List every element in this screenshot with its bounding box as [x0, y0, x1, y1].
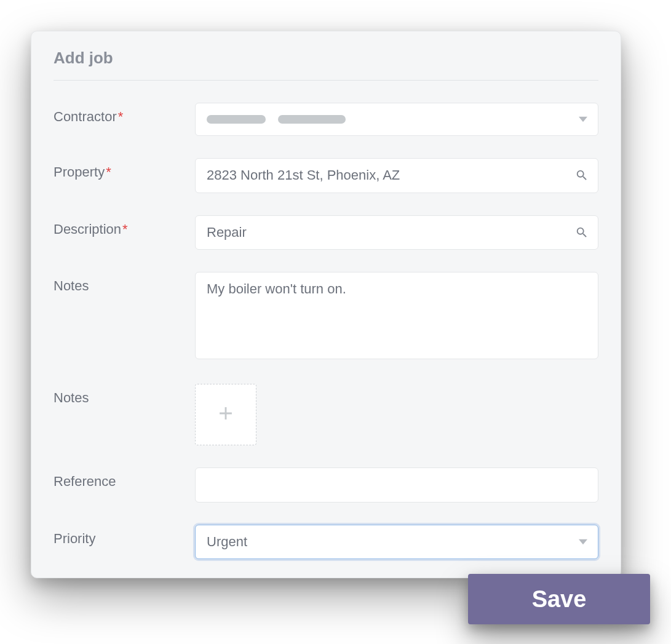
row-contractor: Contractor* [54, 103, 598, 136]
notes-textarea[interactable] [195, 272, 598, 359]
label-contractor: Contractor* [54, 103, 195, 125]
label-property-text: Property [54, 164, 105, 180]
reference-control [195, 467, 598, 503]
label-description: Description* [54, 215, 195, 237]
placeholder-bar [207, 115, 266, 124]
contractor-select[interactable] [195, 103, 598, 136]
panel-title: Add job [54, 49, 598, 81]
required-asterisk: * [118, 109, 124, 124]
row-attachments: Notes [54, 384, 598, 445]
label-attachments: Notes [54, 384, 195, 406]
required-asterisk: * [122, 221, 128, 237]
description-control [195, 215, 598, 250]
row-priority: Priority Urgent [54, 525, 598, 560]
attachments-control [195, 384, 598, 445]
label-property: Property* [54, 158, 195, 180]
label-contractor-text: Contractor [54, 109, 117, 124]
priority-select[interactable]: Urgent [195, 525, 598, 560]
plus-icon [215, 403, 236, 426]
label-reference: Reference [54, 467, 195, 490]
required-asterisk: * [106, 164, 111, 180]
row-reference: Reference [54, 467, 598, 503]
priority-control: Urgent [195, 525, 598, 560]
placeholder-bar [278, 115, 346, 124]
label-notes: Notes [54, 272, 195, 294]
property-control [195, 158, 598, 193]
property-input[interactable] [195, 158, 598, 193]
add-attachment-button[interactable] [195, 384, 256, 445]
row-notes: Notes [54, 272, 598, 362]
label-priority: Priority [54, 525, 195, 547]
contractor-control [195, 103, 598, 136]
add-job-panel: Add job Contractor* Property* [31, 31, 621, 578]
label-description-text: Description [54, 221, 121, 237]
description-input[interactable] [195, 215, 598, 250]
row-description: Description* [54, 215, 598, 250]
notes-control [195, 272, 598, 362]
save-button[interactable]: Save [468, 574, 650, 624]
row-property: Property* [54, 158, 598, 193]
reference-input[interactable] [195, 467, 598, 503]
